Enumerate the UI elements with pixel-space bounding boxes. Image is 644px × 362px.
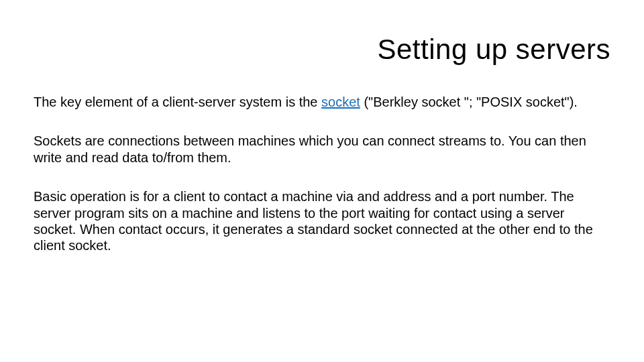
paragraph-1-pre: The key element of a client-server syste… [34, 95, 321, 109]
slide-title: Setting up servers [34, 34, 610, 66]
paragraph-2: Sockets are connections between machines… [34, 133, 610, 166]
socket-link[interactable]: socket [321, 95, 360, 109]
paragraph-3: Basic operation is for a client to conta… [34, 188, 610, 254]
slide: Setting up servers The key element of a … [0, 0, 644, 362]
paragraph-1: The key element of a client-server syste… [34, 94, 610, 110]
paragraph-1-post: ("Berkley socket "; "POSIX socket"). [360, 95, 578, 109]
